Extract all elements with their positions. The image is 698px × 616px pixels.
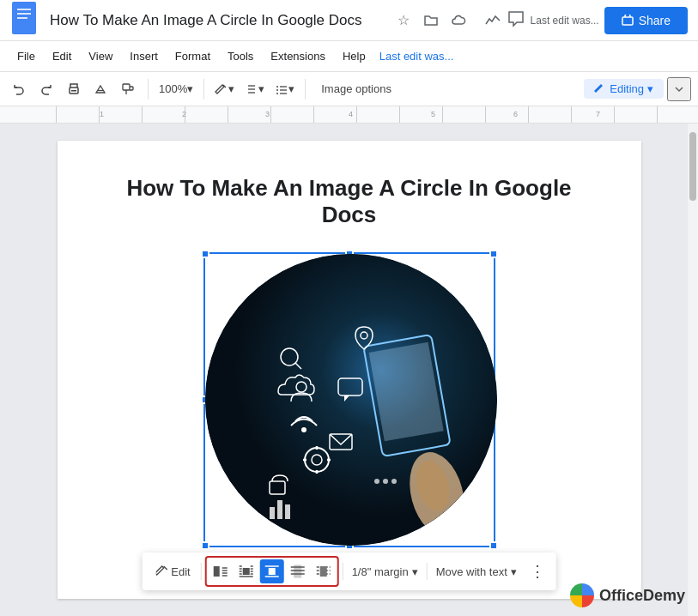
spellcheck-button[interactable]: [89, 77, 113, 101]
svg-rect-41: [270, 507, 275, 519]
selected-image-container[interactable]: Edit: [203, 252, 495, 547]
svg-rect-8: [123, 84, 130, 90]
document-title-heading: How To Make An Image A Circle In Google …: [109, 175, 590, 228]
last-edit-text[interactable]: Last edit was...: [531, 15, 599, 27]
wrap-front-text-button[interactable]: [312, 559, 336, 583]
menu-format[interactable]: Format: [168, 46, 217, 66]
image-options-button[interactable]: Image options: [313, 79, 400, 99]
title-bar: How To Make An Image A Circle In Google …: [0, 0, 698, 41]
svg-rect-69: [294, 565, 301, 577]
undo-button[interactable]: [7, 77, 31, 101]
wrap-inline-button[interactable]: [209, 559, 233, 583]
folder-icon[interactable]: [421, 10, 441, 31]
menu-file[interactable]: File: [10, 46, 42, 66]
line-spacing-button[interactable]: ▾: [241, 81, 268, 98]
document-title[interactable]: How To Make An Image A Circle In Google …: [50, 12, 385, 29]
svg-rect-48: [214, 566, 220, 577]
ruler: 1 2 3 4 5 6 7: [0, 106, 698, 124]
wrap-buttons-group: [205, 556, 339, 587]
divider-2: [203, 79, 204, 100]
svg-point-34: [301, 427, 307, 432]
paint-format-button[interactable]: [117, 77, 141, 101]
editing-mode-button[interactable]: Editing ▾: [584, 79, 664, 99]
toolbar-divider-3: [427, 563, 428, 580]
svg-rect-6: [71, 90, 76, 92]
svg-point-45: [383, 479, 388, 484]
edit-image-button[interactable]: Edit: [149, 562, 197, 582]
wrap-break-text-button[interactable]: [260, 559, 284, 583]
move-with-text-button[interactable]: Move with text ▾: [431, 562, 522, 582]
svg-point-46: [391, 479, 397, 484]
menu-edit[interactable]: Edit: [46, 46, 78, 66]
toolbar: 100% ▾ ▾ ▾ ▾ Image options Editing ▾: [0, 72, 698, 106]
collapse-toolbar-button[interactable]: [667, 77, 691, 101]
more-options-button[interactable]: ⋮: [525, 559, 549, 583]
menu-help[interactable]: Help: [336, 46, 373, 66]
svg-rect-43: [285, 504, 290, 519]
svg-point-44: [374, 479, 379, 484]
svg-rect-4: [622, 17, 633, 25]
circle-image: [205, 254, 497, 546]
menu-tools[interactable]: Tools: [221, 46, 260, 66]
redo-button[interactable]: [34, 77, 58, 101]
pen-color-button[interactable]: ▾: [211, 81, 238, 98]
page: How To Make An Image A Circle In Google …: [58, 141, 641, 599]
menu-insert[interactable]: Insert: [123, 46, 165, 66]
zoom-dropdown[interactable]: 100% ▾: [155, 81, 197, 97]
comments-icon[interactable]: [507, 9, 525, 32]
print-button[interactable]: [62, 77, 86, 101]
officedemy-logo: [570, 583, 594, 607]
wrap-around-button[interactable]: [234, 559, 258, 583]
wrap-behind-text-button[interactable]: [286, 559, 310, 583]
menu-extensions[interactable]: Extensions: [264, 46, 332, 66]
svg-rect-2: [17, 13, 31, 15]
image-toolbar: Edit: [142, 553, 556, 590]
divider-1: [148, 79, 149, 100]
scroll-thumb[interactable]: [689, 132, 696, 201]
svg-rect-1: [17, 9, 31, 10]
star-icon[interactable]: ☆: [393, 10, 414, 31]
scrollbar[interactable]: [688, 124, 698, 616]
activity-icon[interactable]: [484, 12, 501, 29]
menu-view[interactable]: View: [82, 46, 119, 66]
document-area: How To Make An Image A Circle In Google …: [0, 124, 698, 616]
share-button[interactable]: Share: [604, 7, 688, 34]
svg-rect-3: [17, 17, 27, 19]
divider-3: [305, 79, 306, 100]
menu-bar: File Edit View Insert Format Tools Exten…: [0, 41, 698, 72]
last-edit-menu[interactable]: Last edit was...: [379, 50, 454, 63]
toolbar-divider-2: [343, 563, 343, 580]
svg-rect-53: [243, 568, 250, 575]
svg-rect-73: [320, 566, 327, 577]
margin-selector[interactable]: 1/8" margin ▾: [347, 562, 423, 582]
doc-icon: [10, 2, 41, 39]
lists-button[interactable]: ▾: [271, 81, 298, 98]
cloud-icon[interactable]: [448, 10, 469, 31]
svg-rect-42: [277, 500, 282, 519]
watermark: OfficeDemy: [570, 583, 685, 607]
officedemy-text: OfficeDemy: [599, 587, 685, 605]
toolbar-divider: [201, 563, 202, 580]
svg-rect-63: [269, 568, 276, 575]
